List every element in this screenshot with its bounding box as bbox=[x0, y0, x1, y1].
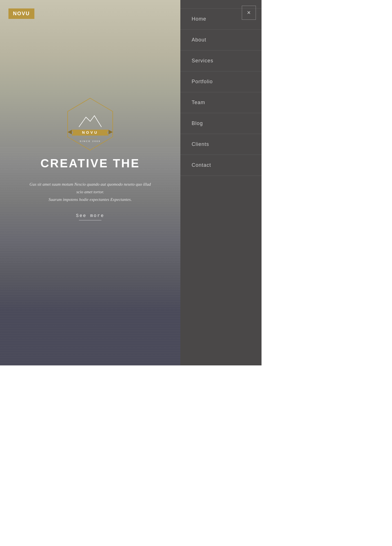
nav-item-team[interactable]: Team bbox=[180, 92, 262, 113]
nav-label-about: About bbox=[192, 37, 206, 43]
hero-subtext: Gus sit amet suum motum Nescio quando au… bbox=[14, 181, 166, 203]
svg-text:SINCE 2009: SINCE 2009 bbox=[80, 140, 101, 142]
headline-text: CREATIVE THE bbox=[41, 157, 140, 170]
nav-label-services: Services bbox=[192, 58, 213, 63]
nav-label-portfolio: Portfolio bbox=[192, 79, 213, 84]
nav-items: HomeAboutServicesPortfolioTeamBlogClient… bbox=[180, 0, 262, 176]
see-more-underline bbox=[79, 220, 101, 220]
logo-text: NOVU bbox=[13, 11, 30, 16]
nav-label-blog: Blog bbox=[192, 120, 203, 126]
nav-label-contact: Contact bbox=[192, 162, 211, 168]
svg-text:NOVU: NOVU bbox=[82, 130, 98, 135]
nav-label-clients: Clients bbox=[192, 141, 209, 147]
nav-item-portfolio[interactable]: Portfolio bbox=[180, 71, 262, 92]
close-icon: × bbox=[247, 10, 251, 16]
nav-item-services[interactable]: Services bbox=[180, 51, 262, 71]
nav-item-contact[interactable]: Contact bbox=[180, 155, 262, 176]
nav-panel: × HomeAboutServicesPortfolioTeamBlogClie… bbox=[180, 0, 262, 365]
subtext-content: Gus sit amet suum motum Nescio quando au… bbox=[14, 181, 166, 203]
close-menu-button[interactable]: × bbox=[242, 6, 256, 20]
nav-item-about[interactable]: About bbox=[180, 30, 262, 51]
center-emblem: NOVU SINCE 2009 bbox=[14, 96, 166, 152]
see-more-section: See more bbox=[14, 213, 166, 220]
nav-label-team: Team bbox=[192, 100, 205, 105]
see-more-button[interactable]: See more bbox=[76, 213, 105, 218]
logo[interactable]: NOVU bbox=[8, 8, 34, 19]
nav-item-clients[interactable]: Clients bbox=[180, 134, 262, 155]
nav-item-blog[interactable]: Blog bbox=[180, 113, 262, 134]
nav-label-home: Home bbox=[192, 16, 206, 22]
hero-headline: CREATIVE THE bbox=[14, 157, 166, 170]
